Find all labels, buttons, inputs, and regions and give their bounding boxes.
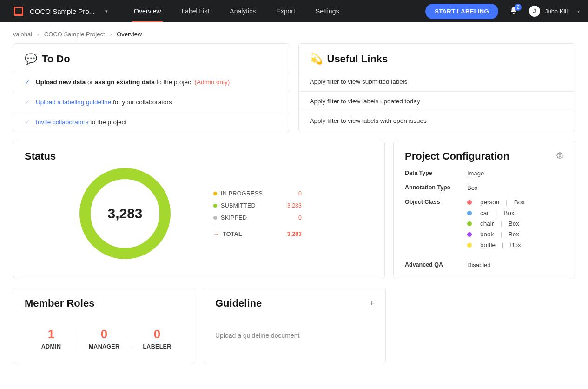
class-name: bottle	[480, 241, 496, 248]
status-total-center: 3,283	[79, 167, 172, 260]
class-type: Box	[514, 199, 525, 206]
tab-analytics[interactable]: Analytics	[219, 0, 266, 22]
tab-settings[interactable]: Settings	[305, 0, 350, 22]
tab-label-list[interactable]: Label List	[171, 0, 219, 22]
members-title: Member Roles	[25, 297, 184, 309]
class-color-dot	[467, 232, 472, 237]
todo-text: Upload new data or assign existing data …	[36, 79, 230, 86]
avatar: J	[529, 6, 540, 17]
legend-dot-icon	[213, 204, 217, 208]
legend-label: SUBMITTED	[221, 202, 256, 209]
status-donut: 3,283	[79, 167, 172, 260]
class-name: car	[480, 209, 489, 216]
legend-value: 3,283	[287, 202, 302, 209]
useful-link-item[interactable]: Apply filter to view submitted labels	[299, 72, 575, 91]
breadcrumb-current: Overview	[117, 31, 142, 38]
role-admin: 1ADMIN	[25, 327, 78, 350]
class-type: Box	[509, 220, 519, 227]
guideline-title: Guideline	[215, 297, 262, 309]
status-card: Status 3,283 IN PROGRESS0SUBMITTED3,283S…	[13, 141, 385, 279]
user-menu[interactable]: J Juha Kiili ▾	[529, 6, 580, 17]
data-type-label: Data Type	[405, 170, 467, 177]
object-class-row: person|Box	[467, 199, 525, 206]
useful-link-item[interactable]: Apply filter to view labels updated toda…	[299, 91, 575, 111]
role-count: 0	[78, 327, 131, 342]
sparkle-icon: 💫	[310, 53, 323, 65]
todo-link[interactable]: Invite collaborators	[36, 119, 88, 126]
todo-item[interactable]: ✓Invite collaborators to the project	[13, 112, 290, 132]
role-label: LABELER	[131, 343, 184, 350]
user-name: Juha Kiili	[545, 8, 569, 15]
guideline-card: Guideline + Upload a guideline document	[204, 288, 386, 364]
class-type: Box	[509, 231, 519, 238]
role-labeler: 0LABELER	[131, 327, 184, 350]
status-title: Status	[13, 141, 384, 162]
tab-export[interactable]: Export	[266, 0, 305, 22]
legend-value: 0	[298, 215, 302, 221]
legend-total-label: TOTAL	[223, 231, 242, 237]
plus-icon[interactable]: +	[369, 299, 374, 309]
arrow-right-icon: →	[213, 231, 219, 237]
data-type-value: Image	[467, 170, 484, 177]
chevron-down-icon: ▾	[577, 9, 580, 14]
todo-link[interactable]: Upload a labeling guideline	[36, 99, 111, 106]
svg-point-1	[559, 155, 561, 157]
class-type: Box	[510, 241, 521, 248]
notifications-button[interactable]: 2	[509, 7, 518, 16]
anno-type-value: Box	[467, 184, 477, 191]
member-roles-card: Member Roles 1ADMIN0MANAGER0LABELER	[13, 288, 195, 364]
class-color-dot	[467, 221, 472, 226]
role-label: MANAGER	[78, 343, 131, 350]
legend-dot-icon	[213, 216, 217, 220]
todo-text: Invite collaborators to the project	[36, 119, 126, 126]
useful-link-item[interactable]: Apply filter to view labels with open is…	[299, 111, 575, 130]
legend-row: SKIPPED0	[213, 212, 302, 224]
breadcrumb-project[interactable]: COCO Sample Project	[44, 31, 105, 38]
legend-label: IN PROGRESS	[221, 190, 263, 197]
role-count: 1	[25, 327, 78, 342]
status-legend: IN PROGRESS0SUBMITTED3,283SKIPPED0→TOTAL…	[213, 188, 302, 240]
class-color-dot	[467, 200, 472, 205]
class-name: chair	[480, 220, 494, 227]
guideline-text[interactable]: Upload a guideline document	[215, 332, 374, 339]
object-class-row: chair|Box	[467, 220, 525, 227]
object-class-label: Object Class	[405, 199, 467, 252]
legend-row: IN PROGRESS0	[213, 188, 302, 200]
check-icon: ✓	[25, 78, 30, 86]
check-icon: ✓	[25, 98, 30, 106]
logo-icon	[14, 7, 23, 16]
object-class-row: bottle|Box	[467, 241, 525, 248]
class-color-dot	[467, 243, 472, 248]
todo-title: To Do	[42, 53, 70, 65]
anno-type-label: Annotation Type	[405, 184, 467, 191]
legend-total-row: →TOTAL3,283	[213, 228, 302, 240]
advanced-qa-value: Disabled	[467, 262, 491, 268]
links-title: Useful Links	[327, 53, 388, 65]
class-name: person	[480, 199, 499, 206]
class-name: book	[480, 231, 494, 238]
config-title: Project Configuration	[405, 150, 509, 162]
start-labeling-button[interactable]: START LABELING	[425, 4, 498, 19]
todo-item[interactable]: ✓Upload a labeling guideline for your co…	[13, 92, 290, 112]
todo-card: 💬To Do ✓Upload new data or assign existi…	[13, 43, 290, 132]
advanced-qa-label: Advanced QA	[405, 262, 467, 268]
breadcrumb-org[interactable]: valohai	[13, 31, 32, 38]
chevron-down-icon[interactable]: ▾	[105, 8, 108, 14]
topbar: COCO Sample Pro... ▾ OverviewLabel ListA…	[0, 0, 588, 22]
role-label: ADMIN	[25, 343, 78, 350]
class-type: Box	[503, 209, 514, 216]
legend-dot-icon	[213, 192, 217, 195]
project-config-card: Project Configuration Data TypeImage Ann…	[393, 141, 575, 279]
useful-links-card: 💫Useful Links Apply filter to view submi…	[298, 43, 575, 132]
project-name[interactable]: COCO Sample Pro...	[30, 7, 95, 15]
todo-item[interactable]: ✓Upload new data or assign existing data…	[13, 72, 290, 92]
legend-value: 0	[298, 190, 302, 197]
legend-label: SKIPPED	[221, 215, 247, 221]
gear-icon[interactable]	[556, 152, 563, 161]
speech-icon: 💬	[25, 53, 37, 65]
tab-overview[interactable]: Overview	[124, 0, 171, 22]
legend-total-value: 3,283	[287, 231, 302, 237]
legend-row: SUBMITTED3,283	[213, 200, 302, 212]
notif-badge: 2	[515, 4, 522, 11]
role-manager: 0MANAGER	[78, 327, 131, 350]
